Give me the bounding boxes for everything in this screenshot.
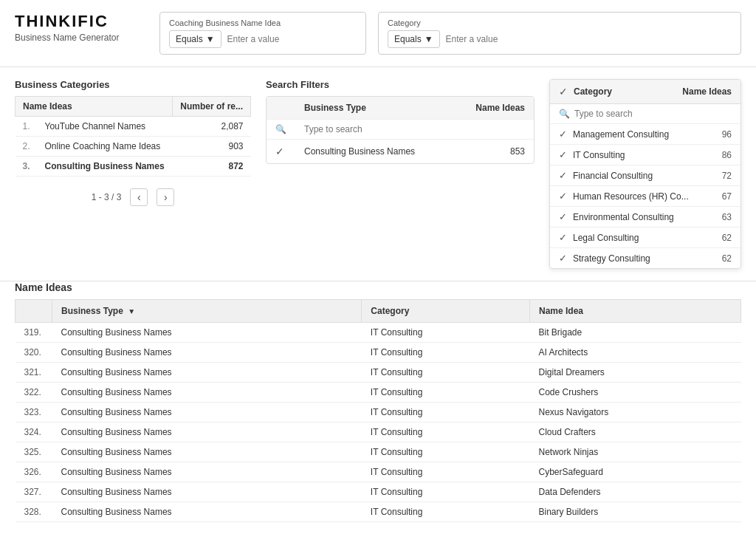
row-business-type: Consulting Business Names xyxy=(52,343,362,363)
row-category: IT Consulting xyxy=(362,462,530,482)
row-num: 320. xyxy=(16,343,52,363)
filter-row-consulting: ✓ Consulting Business Names 853 xyxy=(267,140,534,164)
cat-item-count: 72 xyxy=(722,171,732,181)
cat-search-input[interactable] xyxy=(574,109,732,119)
col-name-ideas-sf: Name Ideas xyxy=(452,97,534,120)
filter-2-operator[interactable]: Equals ▼ xyxy=(388,30,440,48)
table-row: 323. Consulting Business Names IT Consul… xyxy=(16,403,741,423)
check-icon: ✓ xyxy=(559,170,567,181)
check-icon: ✓ xyxy=(559,129,567,140)
list-item[interactable]: ✓ Financial Consulting 72 xyxy=(550,165,740,186)
name-ideas-section: Name Ideas Business Type ▼ Category Name… xyxy=(0,281,756,537)
search-filters-table: Business Type Name Ideas 🔍 xyxy=(267,97,534,163)
filter-1-input[interactable] xyxy=(227,34,357,44)
prev-page-button[interactable]: ‹ xyxy=(130,188,148,206)
filter-box-1: Coaching Business Name Idea Equals ▼ xyxy=(159,12,366,55)
table-row[interactable]: 3. Consulting Business Names 872 xyxy=(16,157,251,177)
cat-item-name: Management Consulting xyxy=(573,129,722,140)
search-filter-row: 🔍 xyxy=(267,120,534,140)
table-row: 324. Consulting Business Names IT Consul… xyxy=(16,423,741,442)
cat-item-name: Human Resources (HR) Co... xyxy=(573,191,722,202)
category-dropdown: ✓ Category Name Ideas 🔍 ✓ Management Con… xyxy=(549,79,741,269)
list-item[interactable]: ✓ Legal Consulting 62 xyxy=(550,228,740,248)
logo-subtitle: Business Name Generator xyxy=(15,33,148,43)
row-name: Online Coaching Name Ideas xyxy=(38,137,173,157)
row-name: YouTube Channel Names xyxy=(38,117,173,137)
col-business-type-ni: Business Type ▼ xyxy=(52,300,362,323)
chevron-down-icon-2: ▼ xyxy=(425,34,433,44)
pagination: 1 - 3 / 3 ‹ › xyxy=(15,188,251,206)
filter-row-name: Consulting Business Names xyxy=(295,140,452,164)
list-item[interactable]: ✓ IT Consulting 86 xyxy=(550,145,740,165)
row-category: IT Consulting xyxy=(362,343,530,363)
cat-col-ideas: Name Ideas xyxy=(682,86,732,97)
check-icon-header: ✓ xyxy=(559,86,568,98)
search-filters-title: Search Filters xyxy=(266,79,535,90)
cat-item-name: Financial Consulting xyxy=(573,171,722,181)
row-business-type: Consulting Business Names xyxy=(52,363,362,383)
row-num: 3. xyxy=(16,157,38,177)
row-business-type: Consulting Business Names xyxy=(52,482,362,502)
row-count: 2,087 xyxy=(172,117,250,137)
list-item[interactable]: ✓ Human Resources (HR) Co... 67 xyxy=(550,186,740,207)
row-num: 2. xyxy=(16,137,38,157)
row-num: 328. xyxy=(16,502,52,522)
sort-arrow-icon[interactable]: ▼ xyxy=(128,307,135,315)
middle-panel: Search Filters Business Type Name Ideas xyxy=(251,79,549,269)
table-row: 327. Consulting Business Names IT Consul… xyxy=(16,482,741,502)
row-name-idea: Nexus Navigators xyxy=(529,403,740,423)
cat-item-count: 62 xyxy=(722,253,732,264)
business-categories-panel: Business Categories Name Ideas Number of… xyxy=(15,79,251,269)
category-dropdown-panel: ✓ Category Name Ideas 🔍 ✓ Management Con… xyxy=(549,79,741,269)
row-name-idea: Digital Dreamers xyxy=(529,363,740,383)
search-icon: 🔍 xyxy=(275,124,286,134)
filter-box-1-label: Coaching Business Name Idea xyxy=(169,18,357,27)
row-name-idea: Data Defenders xyxy=(529,482,740,502)
next-page-button[interactable]: › xyxy=(157,188,174,206)
logo-area: THINKIFIC Business Name Generator xyxy=(15,12,148,43)
cat-item-count: 63 xyxy=(722,212,732,222)
col-name-idea: Name Idea xyxy=(529,300,740,323)
row-name-idea: CyberSafeguard xyxy=(529,462,740,482)
search-filters-container: Business Type Name Ideas 🔍 xyxy=(266,96,535,164)
check-icon: ✓ xyxy=(559,149,567,160)
table-row: 325. Consulting Business Names IT Consul… xyxy=(16,442,741,462)
row-num: 322. xyxy=(16,383,52,403)
row-count: 872 xyxy=(172,157,250,177)
list-item[interactable]: ✓ Strategy Consulting 62 xyxy=(550,248,740,268)
list-item[interactable]: ✓ Environmental Consulting 63 xyxy=(550,207,740,228)
search-filter-input[interactable] xyxy=(304,124,525,134)
col-name-ideas: Name Ideas xyxy=(16,97,173,117)
list-item[interactable]: ✓ Management Consulting 96 xyxy=(550,124,740,145)
check-icon: ✓ xyxy=(275,146,284,157)
cat-item-name: Strategy Consulting xyxy=(573,253,722,264)
col-num-records: Number of re... xyxy=(172,97,250,117)
filter-2-input[interactable] xyxy=(446,34,732,44)
col-num xyxy=(16,300,52,323)
logo-text: THINKIFIC xyxy=(15,12,148,31)
row-num: 319. xyxy=(16,323,52,343)
filter-box-2: Category Equals ▼ xyxy=(378,12,741,55)
row-num: 323. xyxy=(16,403,52,423)
table-row: 328. Consulting Business Names IT Consul… xyxy=(16,502,741,522)
row-business-type: Consulting Business Names xyxy=(52,502,362,522)
row-num: 1. xyxy=(16,117,38,137)
row-business-type: Consulting Business Names xyxy=(52,403,362,423)
cat-item-name: Legal Consulting xyxy=(573,233,722,243)
cat-col-name: Category xyxy=(574,86,676,97)
row-name-idea: Network Ninjas xyxy=(529,442,740,462)
row-category: IT Consulting xyxy=(362,502,530,522)
cat-item-count: 96 xyxy=(722,129,732,140)
check-icon: ✓ xyxy=(559,211,567,222)
table-row[interactable]: 2. Online Coaching Name Ideas 903 xyxy=(16,137,251,157)
search-icon-cat: 🔍 xyxy=(559,109,570,119)
cat-search-row: 🔍 xyxy=(550,104,740,124)
business-categories-title: Business Categories xyxy=(15,79,251,90)
cat-item-name: IT Consulting xyxy=(573,150,722,160)
row-category: IT Consulting xyxy=(362,403,530,423)
table-row: 321. Consulting Business Names IT Consul… xyxy=(16,363,741,383)
name-ideas-title: Name Ideas xyxy=(15,281,741,293)
table-row[interactable]: 1. YouTube Channel Names 2,087 xyxy=(16,117,251,137)
row-count: 903 xyxy=(172,137,250,157)
filter-1-operator[interactable]: Equals ▼ xyxy=(169,30,221,48)
